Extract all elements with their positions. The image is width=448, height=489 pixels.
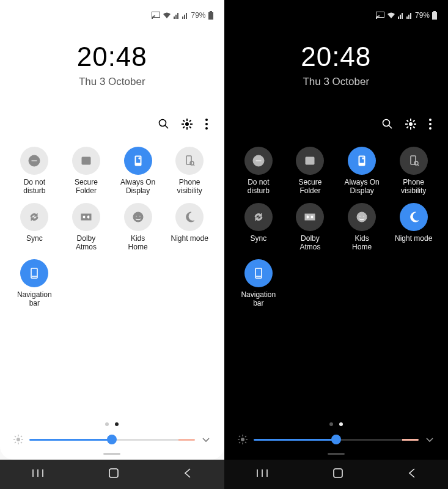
tile-label: KidsHome <box>339 235 384 252</box>
tile-nightmode[interactable]: Night mode <box>164 203 216 252</box>
secure-icon <box>72 147 100 175</box>
tile-navbar[interactable]: Navigationbar <box>233 259 285 308</box>
tile-dolby[interactable]: DolbyAtmos <box>284 203 336 252</box>
svg-line-70 <box>413 127 415 128</box>
svg-line-48 <box>15 442 16 443</box>
svg-point-36 <box>135 216 136 217</box>
light-mode-panel: 79% 20:48 Thu 3 October Do notdisturbSec… <box>0 0 224 489</box>
phonevis-icon <box>175 147 204 175</box>
tile-dnd[interactable]: Do notdisturb <box>9 147 61 196</box>
home-button[interactable] <box>108 467 120 482</box>
gear-icon[interactable] <box>405 119 416 132</box>
svg-point-62 <box>383 120 390 127</box>
svg-line-63 <box>389 125 392 128</box>
tile-aod[interactable]: Always OnDisplay <box>112 147 164 196</box>
svg-rect-86 <box>306 215 309 219</box>
brightness-icon <box>238 435 248 444</box>
pager <box>232 411 441 430</box>
signal-icon <box>174 12 180 19</box>
recents-button[interactable] <box>31 468 45 480</box>
svg-rect-82 <box>411 156 416 164</box>
tile-phonevis[interactable]: Phonevisibility <box>387 147 439 196</box>
svg-rect-34 <box>87 215 90 219</box>
svg-line-98 <box>239 436 240 437</box>
brightness-thumb[interactable] <box>331 435 341 444</box>
panel-handle[interactable] <box>7 450 217 460</box>
svg-line-101 <box>239 442 240 443</box>
tile-phonevis[interactable]: Phonevisibility <box>164 147 216 196</box>
tile-navbar[interactable]: Navigationbar <box>9 259 61 308</box>
back-button[interactable] <box>183 468 193 481</box>
svg-point-37 <box>139 216 140 217</box>
cast-icon <box>376 12 384 19</box>
svg-rect-105 <box>334 469 342 477</box>
battery-icon <box>432 11 437 20</box>
svg-rect-77 <box>255 160 262 161</box>
tile-secure[interactable]: SecureFolder <box>61 147 112 196</box>
svg-line-100 <box>245 436 246 437</box>
tile-dnd[interactable]: Do notdisturb <box>233 147 285 196</box>
tile-nightmode[interactable]: Night mode <box>387 203 439 252</box>
tile-label: SecureFolder <box>64 178 109 196</box>
brightness-thumb[interactable] <box>107 435 117 444</box>
tile-label: Sync <box>236 235 281 252</box>
tile-label: Night mode <box>167 235 212 252</box>
tile-dolby[interactable]: DolbyAtmos <box>61 203 112 252</box>
dnd-icon <box>244 147 273 175</box>
svg-line-47 <box>21 436 22 437</box>
svg-rect-3 <box>177 13 178 19</box>
pager-dot-active[interactable] <box>115 422 119 426</box>
svg-rect-52 <box>109 469 118 477</box>
tile-sync[interactable]: Sync <box>233 203 285 252</box>
svg-rect-5 <box>184 15 185 19</box>
svg-point-88 <box>357 212 367 222</box>
home-button[interactable] <box>332 467 344 482</box>
chevron-down-icon[interactable] <box>425 435 435 444</box>
kidshome-icon <box>124 203 152 231</box>
tile-secure[interactable]: SecureFolder <box>284 147 336 196</box>
tile-aod[interactable]: Always OnDisplay <box>336 147 388 196</box>
tile-kidshome[interactable]: KidsHome <box>336 203 388 252</box>
chevron-down-icon[interactable] <box>201 435 211 444</box>
action-row <box>7 88 217 141</box>
svg-line-72 <box>407 127 409 128</box>
panel-handle[interactable] <box>232 450 441 460</box>
search-icon[interactable] <box>382 119 393 132</box>
quick-panel: 79% 20:48 Thu 3 October Do notdisturbSec… <box>0 0 224 460</box>
svg-line-46 <box>21 442 22 443</box>
pager-dot[interactable] <box>105 422 109 426</box>
nav-bar <box>0 460 224 489</box>
tiles-grid-light: Do notdisturbSecureFolderAlways OnDispla… <box>7 141 217 314</box>
pager-dot-active[interactable] <box>339 422 343 426</box>
svg-point-40 <box>17 438 20 441</box>
pager-dot[interactable] <box>329 422 333 426</box>
brightness-slider[interactable] <box>254 439 419 441</box>
signal-icon <box>398 12 404 19</box>
svg-rect-1 <box>174 17 175 19</box>
more-icon[interactable] <box>205 119 208 132</box>
tile-sync[interactable]: Sync <box>9 203 61 252</box>
svg-rect-60 <box>433 11 436 12</box>
recents-button[interactable] <box>255 468 269 480</box>
svg-rect-24 <box>31 160 37 161</box>
tile-kidshome[interactable]: KidsHome <box>112 203 164 252</box>
svg-point-81 <box>362 158 364 159</box>
tile-label: KidsHome <box>116 235 161 252</box>
svg-rect-78 <box>306 157 314 164</box>
pager <box>7 411 217 430</box>
more-icon[interactable] <box>428 119 432 132</box>
quick-panel: 79% 20:48 Thu 3 October Do notdisturbSec… <box>224 0 449 460</box>
svg-point-20 <box>205 119 208 121</box>
search-icon[interactable] <box>158 119 169 132</box>
gear-icon[interactable] <box>182 119 193 132</box>
brightness-slider[interactable] <box>29 439 195 441</box>
nightmode-icon <box>400 203 428 231</box>
svg-rect-8 <box>208 12 213 20</box>
wifi-icon <box>387 12 395 19</box>
svg-rect-2 <box>175 15 177 19</box>
svg-point-73 <box>429 119 431 121</box>
wifi-icon <box>163 12 171 19</box>
back-button[interactable] <box>407 468 417 481</box>
svg-line-45 <box>15 436 16 437</box>
svg-rect-7 <box>210 11 212 12</box>
